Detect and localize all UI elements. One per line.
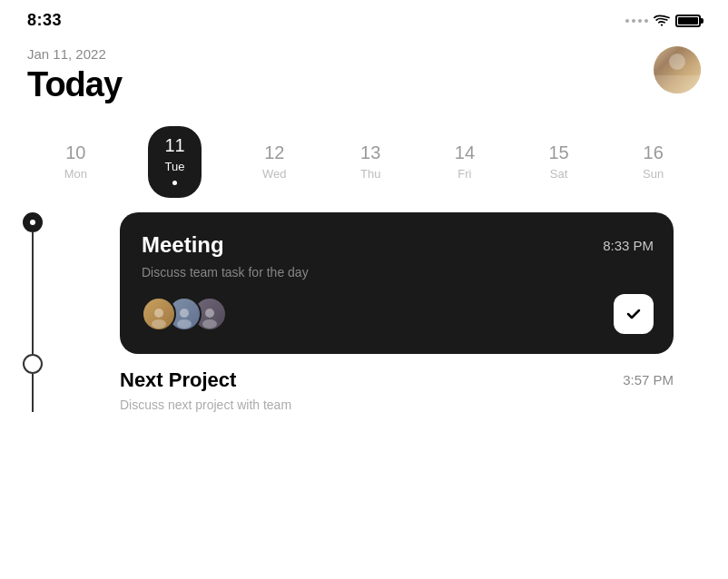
status-icons xyxy=(625,15,701,27)
timeline-circle-meeting xyxy=(23,212,43,232)
timeline-line-meeting xyxy=(32,232,34,354)
calendar-day-16[interactable]: 16 Sun xyxy=(630,133,676,191)
svg-point-5 xyxy=(202,319,217,329)
meeting-title: Meeting xyxy=(142,232,224,258)
date-label: Jan 11, 2022 xyxy=(27,46,122,62)
meeting-attendees xyxy=(142,297,227,331)
timeline-line-next-project xyxy=(32,374,34,412)
meeting-header: Meeting 8:33 PM xyxy=(142,232,654,258)
header-left: Jan 11, 2022 Today xyxy=(27,46,122,104)
page-title: Today xyxy=(27,65,122,104)
timeline: Meeting 8:33 PM Discuss team task for th… xyxy=(0,212,728,430)
calendar-day-14[interactable]: 14 Fri xyxy=(442,133,487,191)
event-card-meeting[interactable]: Meeting 8:33 PM Discuss team task for th… xyxy=(65,212,728,354)
calendar-day-inner: 14 Fri xyxy=(442,133,487,191)
calendar-day-12[interactable]: 12 Wed xyxy=(250,133,300,191)
svg-point-4 xyxy=(205,309,214,318)
attendee-avatar-1 xyxy=(142,297,176,331)
calendar-day-number: 10 xyxy=(65,142,85,163)
next-project-title: Next Project xyxy=(120,368,236,392)
calendar-day-label: Mon xyxy=(64,167,87,181)
svg-point-1 xyxy=(152,319,166,329)
svg-point-3 xyxy=(177,319,192,329)
signal-icon xyxy=(625,19,648,23)
avatar-image xyxy=(654,46,701,93)
calendar-day-inner: 12 Wed xyxy=(250,133,300,191)
avatar[interactable] xyxy=(654,46,701,93)
calendar-day-label: Wed xyxy=(262,167,287,181)
next-project-header: Next Project 3:57 PM xyxy=(120,368,674,392)
next-project-time: 3:57 PM xyxy=(623,368,674,388)
calendar-strip: 10 Mon 11 Tue 12 Wed 13 Thu 14 Fri 15 Sa… xyxy=(9,104,719,212)
calendar-day-11[interactable]: 11 Tue xyxy=(148,126,201,198)
meeting-description: Discuss team task for the day xyxy=(142,265,654,280)
svg-point-0 xyxy=(154,309,163,318)
calendar-day-inner: 16 Sun xyxy=(630,133,676,191)
calendar-day-number: 13 xyxy=(360,142,380,163)
calendar-day-inner: 10 Mon xyxy=(52,133,100,191)
attendee-face-1 xyxy=(143,299,174,329)
header: Jan 11, 2022 Today xyxy=(0,37,728,104)
active-day-dot xyxy=(172,181,177,185)
meeting-footer xyxy=(142,294,654,334)
timeline-circle-next-project xyxy=(23,354,43,374)
calendar-day-number: 15 xyxy=(548,142,568,163)
status-time: 8:33 xyxy=(27,11,62,30)
status-bar: 8:33 xyxy=(0,0,728,37)
wifi-icon xyxy=(654,15,670,27)
event-row-next-project: Next Project 3:57 PM Discuss next projec… xyxy=(0,354,728,412)
calendar-day-inner-active: 11 Tue xyxy=(148,126,201,198)
calendar-day-label: Fri xyxy=(457,167,471,181)
calendar-day-label-active: Tue xyxy=(165,160,185,173)
timeline-left-next-project xyxy=(0,354,65,412)
event-content-next-project: Next Project 3:57 PM Discuss next projec… xyxy=(65,354,728,412)
calendar-day-number-active: 11 xyxy=(164,135,184,156)
timeline-left-meeting xyxy=(0,212,65,354)
battery-icon xyxy=(675,15,701,27)
calendar-day-number: 16 xyxy=(644,142,664,163)
calendar-day-10[interactable]: 10 Mon xyxy=(52,133,100,191)
calendar-day-13[interactable]: 13 Thu xyxy=(348,133,393,191)
event-row-meeting: Meeting 8:33 PM Discuss team task for th… xyxy=(0,212,728,354)
calendar-day-15[interactable]: 15 Sat xyxy=(536,133,581,191)
meeting-check-button[interactable] xyxy=(614,294,654,334)
svg-point-2 xyxy=(180,309,189,318)
calendar-day-number: 14 xyxy=(455,142,475,163)
calendar-day-inner: 15 Sat xyxy=(536,133,581,191)
calendar-day-label: Thu xyxy=(360,167,380,181)
next-project-description: Discuss next project with team xyxy=(120,397,674,412)
calendar-day-number: 12 xyxy=(264,142,284,163)
calendar-day-inner: 13 Thu xyxy=(348,133,393,191)
meeting-time: 8:33 PM xyxy=(603,232,654,253)
calendar-day-label: Sun xyxy=(643,167,664,181)
meeting-card[interactable]: Meeting 8:33 PM Discuss team task for th… xyxy=(120,212,674,354)
next-project-content: Next Project 3:57 PM Discuss next projec… xyxy=(120,354,674,412)
calendar-day-label: Sat xyxy=(550,167,568,181)
